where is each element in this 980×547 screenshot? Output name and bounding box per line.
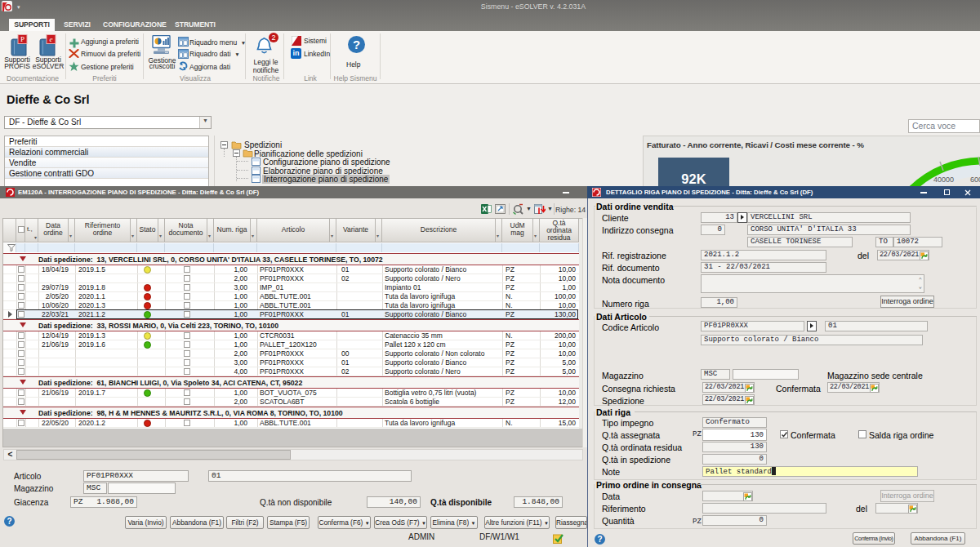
svg-text:P: P <box>20 35 24 43</box>
svg-text:40000: 40000 <box>933 176 954 184</box>
svg-text:600: 600 <box>970 176 980 184</box>
svg-text:e: e <box>50 35 53 43</box>
